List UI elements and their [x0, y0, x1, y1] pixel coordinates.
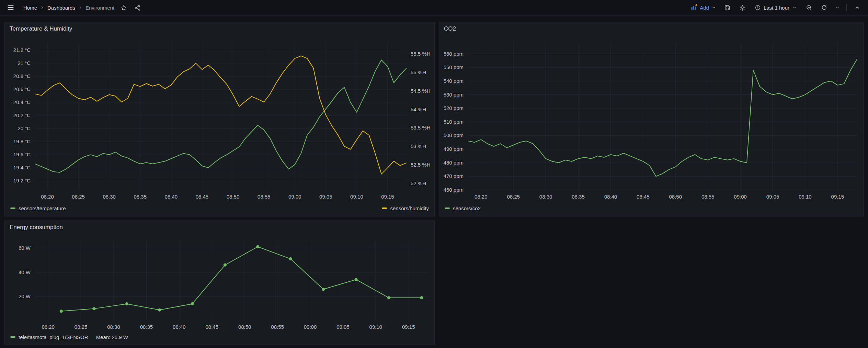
svg-text:490 ppm: 490 ppm — [444, 146, 464, 152]
svg-text:08:40: 08:40 — [173, 324, 186, 330]
svg-text:480 ppm: 480 ppm — [444, 160, 464, 166]
menu-button[interactable] — [5, 2, 16, 13]
svg-text:19.4 °C: 19.4 °C — [13, 165, 31, 170]
breadcrumb-item-home[interactable]: Home — [22, 4, 38, 11]
svg-text:19.2 °C: 19.2 °C — [13, 178, 31, 183]
legend-label-temperature: sensors/temperature — [19, 205, 66, 211]
svg-text:09:15: 09:15 — [402, 324, 415, 330]
zoom-out-icon — [806, 4, 812, 11]
co2-chart[interactable]: 08:2008:2508:3008:3508:4008:4508:5008:55… — [439, 34, 863, 204]
svg-text:09:00: 09:00 — [288, 194, 301, 200]
legend-label-co2: sensors/co2 — [453, 205, 481, 211]
svg-text:08:55: 08:55 — [258, 194, 271, 200]
share-icon — [134, 4, 141, 11]
legend-swatch-co2 — [445, 207, 450, 209]
save-dashboard-button[interactable] — [722, 2, 733, 13]
svg-text:40 W: 40 W — [19, 269, 31, 275]
legend-mean-value: Mean: 25.9 W — [96, 334, 128, 340]
svg-text:08:50: 08:50 — [669, 194, 682, 200]
svg-text:08:40: 08:40 — [165, 194, 178, 200]
dashboard-settings-button[interactable] — [737, 2, 749, 13]
svg-text:08:45: 08:45 — [196, 194, 209, 200]
panel-header: Energy consumption — [5, 221, 434, 233]
clock-icon — [755, 4, 761, 11]
refresh-dashboard-button[interactable] — [818, 2, 830, 13]
svg-text:09:00: 09:00 — [734, 194, 747, 200]
panel-temperature-humidity: Temperature & Humidity 08:2008:2508:3008… — [4, 22, 435, 216]
refresh-interval-picker[interactable] — [833, 2, 842, 13]
svg-text:21 °C: 21 °C — [18, 60, 31, 66]
add-button[interactable]: Add — [688, 2, 718, 13]
panel-title-temperature-humidity[interactable]: Temperature & Humidity — [10, 25, 72, 32]
svg-text:08:35: 08:35 — [140, 324, 153, 330]
breadcrumb: Home Dashboards Environment — [22, 4, 116, 11]
add-button-label: Add — [700, 5, 709, 11]
svg-text:08:30: 08:30 — [107, 324, 120, 330]
legend-item-co2[interactable]: sensors/co2 — [445, 205, 481, 211]
svg-text:530 ppm: 530 ppm — [444, 92, 464, 98]
svg-text:08:20: 08:20 — [475, 194, 488, 200]
svg-text:540 ppm: 540 ppm — [444, 78, 464, 84]
svg-text:53.5 %H: 53.5 %H — [411, 125, 431, 131]
temperature-humidity-chart[interactable]: 08:2008:2508:3008:3508:4008:4508:5008:55… — [5, 34, 434, 204]
svg-text:08:55: 08:55 — [701, 194, 715, 200]
chevron-down-icon — [711, 5, 716, 10]
svg-text:60 W: 60 W — [19, 245, 31, 251]
svg-text:510 ppm: 510 ppm — [444, 119, 464, 125]
svg-text:08:45: 08:45 — [637, 194, 650, 200]
svg-text:55.5 %H: 55.5 %H — [411, 51, 431, 57]
svg-text:08:50: 08:50 — [238, 324, 251, 330]
hamburger-menu-icon — [7, 4, 14, 11]
svg-text:09:10: 09:10 — [799, 194, 812, 200]
svg-text:470 ppm: 470 ppm — [444, 173, 464, 179]
svg-text:09:10: 09:10 — [350, 194, 363, 200]
breadcrumb-item-environment[interactable]: Environment — [84, 4, 116, 11]
panel-energy-consumption: Energy consumption 08:2008:2508:3008:350… — [4, 221, 435, 345]
svg-text:53 %H: 53 %H — [411, 143, 426, 149]
legend-item-humidity[interactable]: sensors/humidity — [382, 205, 429, 211]
svg-text:09:15: 09:15 — [831, 194, 844, 200]
svg-text:54.5 %H: 54.5 %H — [411, 88, 431, 94]
panel-co2: CO2 08:2008:2508:3008:3508:4008:4508:500… — [439, 22, 864, 216]
collapse-controls-button[interactable] — [852, 2, 863, 13]
svg-text:08:30: 08:30 — [539, 194, 552, 200]
svg-text:52.5 %H: 52.5 %H — [411, 162, 431, 168]
panel-header: CO2 — [439, 22, 863, 34]
svg-text:20.4 °C: 20.4 °C — [13, 99, 31, 105]
svg-text:08:35: 08:35 — [134, 194, 147, 200]
breadcrumb-item-dashboards[interactable]: Dashboards — [46, 4, 77, 11]
svg-text:08:35: 08:35 — [572, 194, 585, 200]
svg-text:460 ppm: 460 ppm — [444, 187, 464, 193]
time-range-picker[interactable]: Last 1 hour — [752, 3, 800, 12]
svg-text:20 W: 20 W — [19, 293, 31, 299]
refresh-icon — [821, 4, 827, 11]
svg-text:19.6 °C: 19.6 °C — [13, 151, 31, 157]
svg-text:520 ppm: 520 ppm — [444, 105, 464, 111]
energy-consumption-chart[interactable]: 08:2008:2508:3008:3508:4008:4508:5008:55… — [5, 233, 434, 333]
svg-text:52 %H: 52 %H — [411, 180, 426, 186]
svg-text:20.8 °C: 20.8 °C — [13, 73, 31, 79]
legend-item-temperature[interactable]: sensors/temperature — [10, 205, 66, 211]
add-panel-graph-icon — [690, 4, 697, 12]
svg-text:55 %H: 55 %H — [411, 69, 426, 75]
svg-text:08:20: 08:20 — [42, 324, 55, 330]
svg-text:09:15: 09:15 — [381, 194, 394, 200]
caret-up-icon — [855, 5, 860, 10]
panel-title-co2[interactable]: CO2 — [444, 25, 456, 32]
svg-text:09:05: 09:05 — [319, 194, 332, 200]
panel-title-energy[interactable]: Energy consumption — [10, 224, 63, 231]
topbar-divider — [846, 4, 847, 11]
svg-text:20.6 °C: 20.6 °C — [13, 86, 31, 92]
legend-label-humidity: sensors/humidity — [390, 205, 429, 211]
svg-text:08:30: 08:30 — [103, 194, 116, 200]
svg-text:21.2 °C: 21.2 °C — [13, 47, 31, 53]
zoom-out-time-button[interactable] — [803, 2, 815, 13]
gear-icon — [739, 4, 746, 11]
panel-header: Temperature & Humidity — [5, 22, 434, 34]
legend-item-energy[interactable]: tele/tasmota_plug_1/SENSOR Mean: 25.9 W — [10, 334, 128, 340]
legend-swatch-temperature — [10, 207, 15, 209]
svg-text:08:50: 08:50 — [227, 194, 240, 200]
favorite-dashboard-button[interactable] — [118, 2, 129, 13]
share-dashboard-button[interactable] — [132, 2, 143, 13]
svg-text:20 °C: 20 °C — [18, 125, 31, 131]
